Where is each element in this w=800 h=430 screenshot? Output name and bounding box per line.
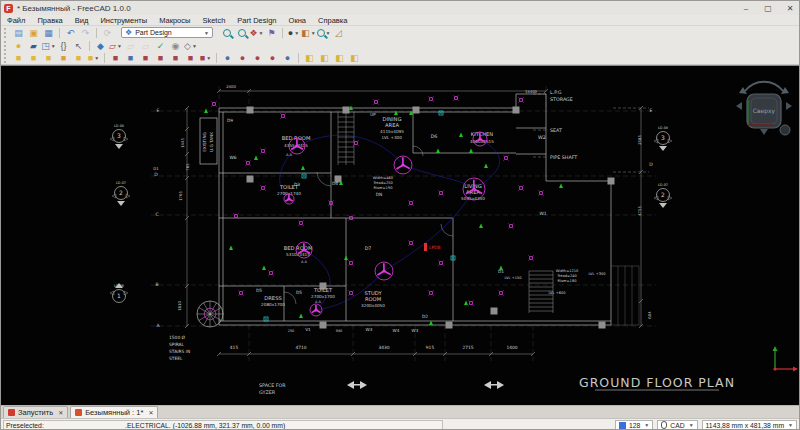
navigation-cube[interactable]: Сверху bbox=[733, 78, 795, 140]
toolbar-grip[interactable] bbox=[4, 28, 9, 38]
datum-icon[interactable]: ◆ bbox=[93, 40, 108, 52]
close-tab-icon[interactable]: ✕ bbox=[148, 409, 153, 416]
aa-value: 128 bbox=[629, 422, 640, 429]
menu-инструменты[interactable]: Инструменты bbox=[94, 16, 153, 25]
dimension-lines bbox=[187, 91, 641, 354]
plan-text: 604 bbox=[647, 311, 652, 319]
transform-icon[interactable]: ● bbox=[220, 52, 235, 64]
column-marker bbox=[608, 178, 615, 185]
light-point-symbol bbox=[439, 261, 442, 264]
fit-selection-icon[interactable] bbox=[234, 27, 249, 39]
light-point-symbol bbox=[349, 261, 352, 264]
preselection-status: Preselected: _____________________.ELECT… bbox=[3, 420, 443, 430]
toolbar-part-design-helper: ●▰◳▼{}↖◆▱▼▱▱✓◉◇▼ bbox=[1, 39, 800, 52]
floor-plan-drawing[interactable]: BED ROOM4355x3415UPDININGAREA4115x4095LV… bbox=[1, 66, 800, 406]
pan-down-arrow-icon[interactable] bbox=[760, 129, 768, 135]
menu-part-design[interactable]: Part Design bbox=[231, 16, 282, 25]
view-dimensions-select[interactable]: 1143,88 mm x 481,38 mm ▼ bbox=[702, 420, 797, 430]
toolbar-grip[interactable] bbox=[4, 41, 9, 51]
measure-icon[interactable]: ◿ bbox=[331, 27, 346, 39]
sync-view-icon[interactable]: ⚑ bbox=[264, 27, 279, 39]
rotate-arc-icon[interactable] bbox=[745, 82, 783, 91]
plan-text: BED ROOM bbox=[284, 245, 313, 251]
fillet-icon[interactable]: ◧ bbox=[317, 52, 332, 64]
texture-view-icon[interactable]: ◧▼ bbox=[301, 27, 316, 39]
aa-icon bbox=[619, 422, 626, 429]
navigation-style-select[interactable]: CAD ▼ bbox=[657, 420, 697, 430]
toolbar-grip[interactable] bbox=[4, 53, 9, 63]
switch-symbol bbox=[301, 166, 305, 171]
plan-text: D5 bbox=[296, 290, 302, 295]
tab-start[interactable]: Запустить✕ bbox=[3, 406, 68, 418]
validate-sketch-icon[interactable]: ✓ bbox=[153, 40, 168, 52]
minimize-button[interactable]: – bbox=[735, 4, 757, 13]
redo-icon[interactable]: ↷ bbox=[78, 27, 93, 39]
pan-left-arrow-icon[interactable] bbox=[736, 102, 742, 110]
zoom-tools-icon[interactable]: ▼ bbox=[316, 27, 331, 39]
pan-right-arrow-icon[interactable] bbox=[786, 102, 792, 110]
multitransform-icon[interactable]: ● bbox=[280, 52, 295, 64]
menu-макросы[interactable]: Макросы bbox=[153, 16, 196, 25]
plan-text: Riser=180 bbox=[558, 279, 578, 283]
plan-text: UP bbox=[370, 112, 376, 117]
sketcher-tools-icon[interactable]: ◉ bbox=[168, 40, 183, 52]
edit-sketch-icon[interactable]: ▱ bbox=[123, 40, 138, 52]
svg-text:1: 1 bbox=[117, 292, 121, 299]
hole-icon[interactable]: ■ bbox=[123, 52, 138, 64]
plan-text: D bbox=[154, 172, 158, 177]
close-button[interactable]: ✕ bbox=[779, 4, 800, 13]
open-document-icon[interactable]: ▣ bbox=[26, 27, 41, 39]
menu-справка[interactable]: Справка bbox=[312, 16, 353, 25]
pad-icon[interactable]: ■ bbox=[11, 52, 26, 64]
chamfer-icon[interactable]: ◧ bbox=[332, 52, 347, 64]
tab-document[interactable]: Безымянный : 1*✕ bbox=[70, 406, 158, 418]
additive-pipe-icon[interactable]: ■ bbox=[56, 52, 71, 64]
undo-icon[interactable]: ↶ bbox=[63, 27, 78, 39]
create-body-icon[interactable]: ● bbox=[11, 40, 26, 52]
menu-sketch[interactable]: Sketch bbox=[196, 16, 231, 25]
menu-вид[interactable]: Вид bbox=[69, 16, 95, 25]
subtractive-loft-icon[interactable]: ■ bbox=[153, 52, 168, 64]
save-icon[interactable]: ▦ bbox=[41, 27, 56, 39]
maximize-button[interactable]: ▢ bbox=[757, 4, 779, 13]
orbit-mode-icon[interactable] bbox=[780, 125, 790, 135]
subtractive-helix-icon[interactable]: ■ bbox=[183, 52, 198, 64]
axonometric-view-icon[interactable]: ❖▼ bbox=[249, 27, 264, 39]
menu-правка[interactable]: Правка bbox=[31, 16, 68, 25]
polar-pattern-icon[interactable]: ● bbox=[265, 52, 280, 64]
lpdb-symbol bbox=[424, 243, 427, 251]
new-document-icon[interactable]: ▤ bbox=[11, 27, 26, 39]
refresh-icon[interactable]: ⟳ bbox=[100, 27, 115, 39]
3d-viewport[interactable]: BED ROOM4355x3415UPDININGAREA4115x4095LV… bbox=[1, 65, 800, 405]
mirrored-icon[interactable]: ● bbox=[235, 52, 250, 64]
plan-text: B bbox=[155, 282, 158, 287]
draw-style-icon[interactable]: ●▼ bbox=[286, 27, 301, 39]
boolean-icon[interactable]: ◧ bbox=[302, 52, 317, 64]
light-point-symbol bbox=[281, 114, 284, 117]
menu-файл[interactable]: Файл bbox=[1, 16, 31, 25]
create-group-icon[interactable]: ▰ bbox=[26, 40, 41, 52]
whats-this-icon[interactable]: ↖ bbox=[71, 40, 86, 52]
subtractive-pipe-icon[interactable]: ■ bbox=[168, 52, 183, 64]
workbench-selector[interactable]: ❖Part Design▼ bbox=[121, 27, 213, 38]
fit-all-icon[interactable] bbox=[219, 27, 234, 39]
make-link-icon[interactable]: ◳▼ bbox=[41, 40, 56, 52]
revolution-icon[interactable]: ■ bbox=[26, 52, 41, 64]
create-sketch-icon[interactable]: ▱▼ bbox=[108, 40, 123, 52]
create-datum-plane-icon[interactable]: ◇▼ bbox=[183, 40, 198, 52]
switch-symbol bbox=[559, 184, 563, 189]
aa-samples-select[interactable]: 128 ▼ bbox=[615, 420, 653, 430]
thickness-icon[interactable]: ◧ bbox=[347, 52, 362, 64]
pocket-icon[interactable]: ■ bbox=[108, 52, 123, 64]
close-tab-icon[interactable]: ✕ bbox=[58, 409, 63, 416]
menu-окна[interactable]: Окна bbox=[283, 16, 312, 25]
additive-helix-icon[interactable]: ■ bbox=[71, 52, 86, 64]
plan-text: W3 bbox=[366, 327, 373, 332]
subtractive-primitive-icon[interactable]: ■▼ bbox=[198, 52, 213, 64]
expression-icon[interactable]: {} bbox=[56, 40, 71, 52]
additive-loft-icon[interactable]: ■ bbox=[41, 52, 56, 64]
additive-primitive-icon[interactable]: ■▼ bbox=[86, 52, 101, 64]
groove-icon[interactable]: ■ bbox=[138, 52, 153, 64]
linear-pattern-icon[interactable]: ● bbox=[250, 52, 265, 64]
map-sketch-icon[interactable]: ▱ bbox=[138, 40, 153, 52]
